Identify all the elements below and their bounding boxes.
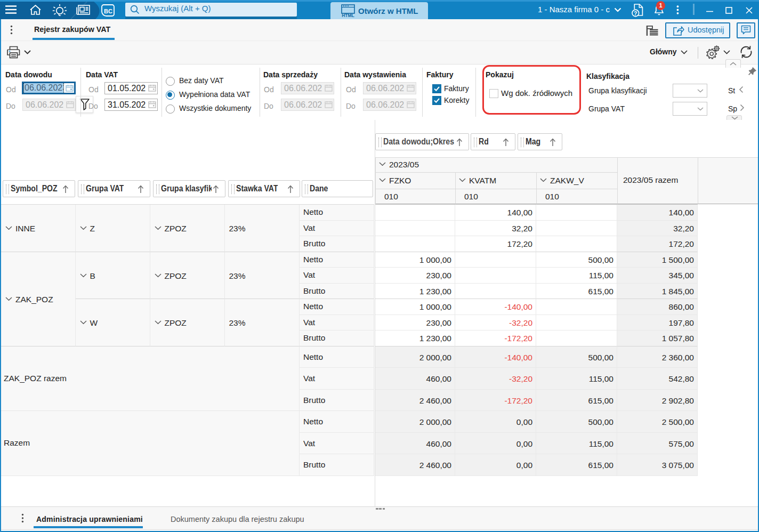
svg-text:HTML: HTML bbox=[342, 13, 354, 18]
svg-text:?: ? bbox=[634, 10, 637, 17]
svg-text:BC: BC bbox=[104, 8, 112, 14]
